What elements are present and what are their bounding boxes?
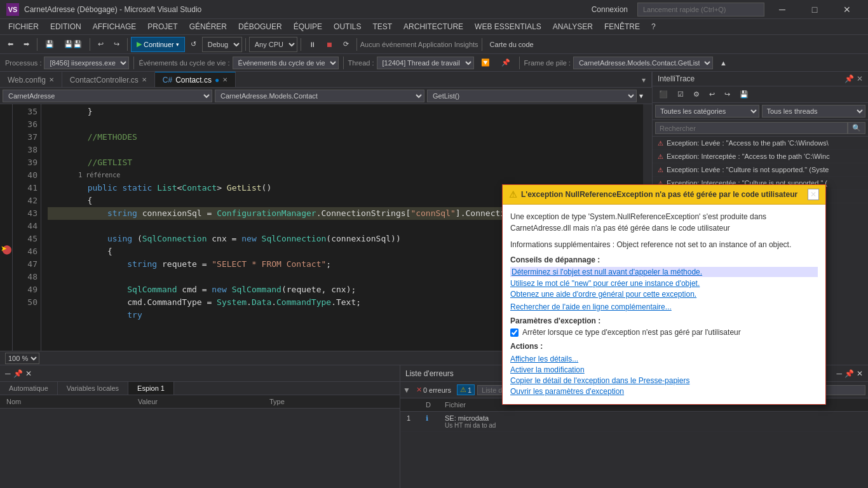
menu-equipe[interactable]: ÉQUIPE bbox=[288, 19, 327, 35]
menu-generer[interactable]: GÉNÉRER bbox=[184, 19, 232, 35]
intelli-btn-1[interactable]: ⬛ bbox=[655, 88, 672, 100]
category-filter-select[interactable]: Toutes les catégories bbox=[655, 105, 759, 118]
redo-button[interactable]: ↪ bbox=[109, 37, 124, 52]
menu-test[interactable]: TEST bbox=[367, 19, 397, 35]
intelli-item-1[interactable]: ⚠ Exception: Levée : "Access to the path… bbox=[653, 137, 868, 150]
frame-up-button[interactable]: ▲ bbox=[715, 55, 731, 71]
error-row-1[interactable]: 1 ℹ SE: microdata Us HT mi da to ad bbox=[400, 412, 868, 432]
debug-pause-button[interactable]: ⏸ bbox=[304, 37, 320, 52]
back-button[interactable]: ⬅ bbox=[3, 37, 18, 52]
menu-help[interactable]: ? bbox=[646, 19, 661, 35]
tab-espion-1[interactable]: Espion 1 bbox=[128, 382, 174, 395]
thread-select[interactable]: [12404] Thread de travail bbox=[377, 57, 474, 69]
intelli-item-3[interactable]: ⚠ Exception: Levée : "Culture is not sup… bbox=[653, 163, 868, 177]
exception-close-button[interactable]: ✕ bbox=[808, 189, 819, 200]
tab-contact-close[interactable]: ✕ bbox=[222, 76, 227, 83]
thread-pin-button[interactable]: 📌 bbox=[497, 55, 515, 71]
tip-link-2[interactable]: Utilisez le mot clé "new" pour créer une… bbox=[510, 279, 818, 288]
tip-link-3[interactable]: Obtenez une aide d'ordre général pour ce… bbox=[510, 290, 818, 299]
exception-actions: Afficher les détails... Activer la modif… bbox=[510, 355, 818, 396]
intelli-search-input[interactable] bbox=[655, 122, 848, 134]
zoom-select[interactable]: 100 % bbox=[5, 353, 39, 364]
errors-pin-icon[interactable]: 📌 bbox=[844, 369, 854, 378]
intellitrace-pin-button[interactable]: 📌 bbox=[844, 74, 854, 83]
tip-link-1[interactable]: Déterminez si l'objet est null avant d'a… bbox=[510, 267, 818, 277]
intelli-btn-4[interactable]: ↩ bbox=[705, 88, 719, 100]
intelli-btn-3[interactable]: ⚙ bbox=[689, 88, 703, 100]
tab-contact-icon: C# bbox=[163, 76, 172, 85]
process-label: Processus : bbox=[5, 59, 41, 67]
exception-icon-3: ⚠ bbox=[658, 166, 663, 173]
title-bar-right: Connexion ─ □ ✕ bbox=[592, 0, 862, 19]
save-all-button[interactable]: 💾💾 bbox=[60, 37, 86, 52]
ouvrir-parametres-link[interactable]: Ouvrir les paramètres d'exception bbox=[510, 387, 818, 396]
debug-mode-select[interactable]: Debug bbox=[202, 37, 242, 52]
thread-filter-button[interactable]: 🔽 bbox=[477, 55, 494, 71]
connexion-link[interactable]: Connexion bbox=[592, 5, 628, 14]
menu-fichier[interactable]: FICHIER bbox=[3, 19, 44, 35]
continue-button[interactable]: ▶ Continuer ▾ bbox=[131, 37, 185, 52]
close-button[interactable]: ✕ bbox=[832, 0, 862, 19]
copier-detail-link[interactable]: Copier le détail de l'exception dans le … bbox=[510, 376, 818, 385]
code-line-39ref: 1 référence bbox=[48, 169, 637, 182]
errors-close-icon[interactable]: ✕ bbox=[857, 369, 863, 378]
tab-variables-locales[interactable]: Variables locales bbox=[58, 382, 128, 395]
nav-expand-button[interactable]: ▾ bbox=[639, 92, 649, 100]
menu-projet[interactable]: PROJET bbox=[142, 19, 182, 35]
search-online-link[interactable]: Rechercher de l'aide en ligne complément… bbox=[510, 302, 818, 311]
thread-filter-select[interactable]: Tous les threads bbox=[762, 105, 866, 118]
errors-filter-button[interactable]: ✕ 0 erreurs bbox=[413, 384, 454, 395]
warnings-filter-button[interactable]: ⚠ 1 bbox=[457, 384, 475, 395]
events-select[interactable]: Événements du cycle de vie bbox=[233, 57, 339, 69]
exception-checkbox-input[interactable] bbox=[510, 329, 519, 337]
afficher-details-link[interactable]: Afficher les détails... bbox=[510, 355, 818, 363]
menu-fenetre[interactable]: FENÊTRE bbox=[599, 19, 645, 35]
tab-contact[interactable]: C# Contact.cs ● ✕ bbox=[155, 72, 236, 87]
tab-webconfig[interactable]: Web.config ✕ bbox=[0, 72, 62, 87]
quick-launch-input[interactable] bbox=[637, 3, 764, 17]
menu-outils[interactable]: OUTILS bbox=[329, 19, 366, 35]
cpu-select[interactable]: Any CPU bbox=[249, 37, 297, 52]
intellitrace-close-button[interactable]: ✕ bbox=[857, 74, 863, 83]
exception-header: ⚠ L'exception NullReferenceException n'a… bbox=[503, 185, 825, 205]
menu-edition[interactable]: EDITION bbox=[45, 19, 86, 35]
tab-contactcontroller[interactable]: ContactController.cs ✕ bbox=[62, 72, 155, 87]
tab-dropdown-button[interactable]: ▾ bbox=[639, 72, 652, 87]
title-bar: VS CarnetAdresse (Débogage) - Microsoft … bbox=[0, 0, 868, 19]
debug-stop-button[interactable]: ⏹ bbox=[322, 37, 337, 52]
undo-button[interactable]: ↩ bbox=[93, 37, 108, 52]
menu-deboguer[interactable]: DÉBOGUER bbox=[233, 19, 287, 35]
debug-restart-button[interactable]: ⟳ bbox=[339, 37, 353, 52]
activer-modification-link[interactable]: Activer la modification bbox=[510, 365, 818, 374]
forward-button[interactable]: ➡ bbox=[19, 37, 34, 52]
process-select[interactable]: [8456] iisexpress.exe bbox=[44, 57, 129, 69]
class-dropdown[interactable]: CarnetAdresse bbox=[3, 90, 212, 102]
tab-webconfig-close[interactable]: ✕ bbox=[49, 76, 54, 83]
debug-bar: Processus : [8456] iisexpress.exe Événem… bbox=[0, 54, 868, 72]
minimize-button[interactable]: ─ bbox=[768, 0, 797, 19]
intelli-item-2[interactable]: ⚠ Exception: Interceptée : "Access to th… bbox=[653, 150, 868, 163]
espion-close-icon[interactable]: ✕ bbox=[25, 369, 32, 378]
menu-affichage[interactable]: AFFICHAGE bbox=[88, 19, 142, 35]
intelli-btn-6[interactable]: 💾 bbox=[736, 88, 752, 100]
save-button[interactable]: 💾 bbox=[41, 37, 58, 52]
restart-button[interactable]: ↺ bbox=[186, 37, 201, 52]
menu-architecture[interactable]: ARCHITECTURE bbox=[398, 19, 468, 35]
intelli-btn-5[interactable]: ↪ bbox=[721, 88, 734, 100]
intelli-btn-2[interactable]: ☑ bbox=[674, 88, 688, 100]
intelli-search-button[interactable]: 🔍 bbox=[848, 122, 865, 134]
namespace-dropdown[interactable]: CarnetAdresse.Models.Contact bbox=[215, 90, 424, 102]
menu-analyser[interactable]: ANALYSER bbox=[548, 19, 598, 35]
tab-automatique[interactable]: Automatique bbox=[0, 382, 58, 395]
menu-web-essentials[interactable]: WEB ESSENTIALS bbox=[470, 19, 546, 35]
espion-pin-icon[interactable]: 📌 bbox=[13, 369, 23, 378]
frame-select[interactable]: CarnetAdresse.Models.Contact.GetList bbox=[573, 57, 713, 69]
tab-contactcontroller-close[interactable]: ✕ bbox=[142, 76, 147, 83]
maximize-button[interactable]: □ bbox=[800, 0, 829, 19]
errors-header-controls: ─ 📌 ✕ bbox=[836, 369, 863, 378]
toolbar-sep-6 bbox=[356, 38, 357, 51]
debug-arrow-icon: ➤ bbox=[1, 244, 7, 253]
code-map-button[interactable]: Carte du code bbox=[485, 37, 538, 52]
toolbar-sep-5 bbox=[301, 38, 301, 51]
method-dropdown[interactable]: GetList() bbox=[427, 90, 637, 102]
